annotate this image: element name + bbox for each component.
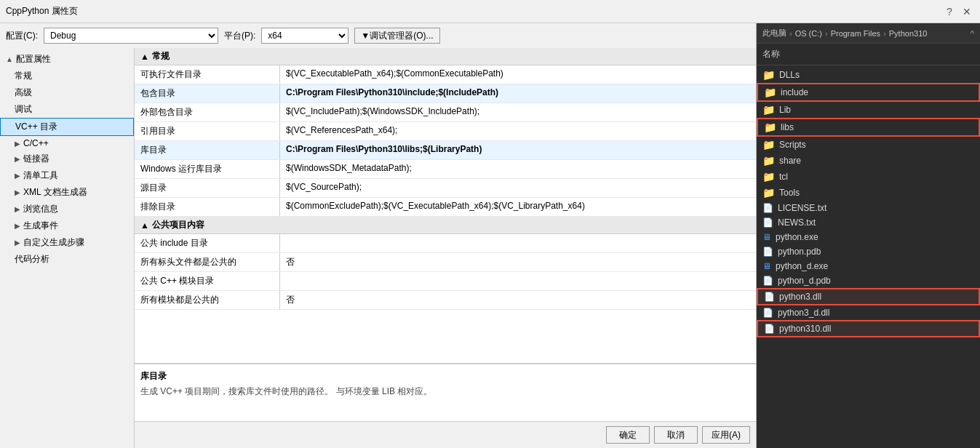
row-include-wrapper: 包含目录 C:\Program Files\Python310\include;… xyxy=(135,84,756,103)
explorer-item-tcl[interactable]: 📁 tcl xyxy=(757,169,980,185)
close-button[interactable]: ✕ xyxy=(960,4,974,19)
tree-item-manifest[interactable]: ▶ 清单工具 xyxy=(0,167,134,184)
tree-root[interactable]: ▲ 配置属性 xyxy=(0,51,134,68)
value-all-modules-public: 否 xyxy=(280,291,756,309)
section-public[interactable]: ▲ 公共项目内容 xyxy=(135,217,756,234)
explorer-item-libs[interactable]: 📁 libs xyxy=(757,118,980,137)
tree-item-vcpp[interactable]: VC++ 目录 xyxy=(0,118,134,136)
row-reference-dir[interactable]: 引用目录 $(VC_ReferencesPath_x64); xyxy=(135,122,756,141)
explorer-item-python3-dll[interactable]: 📄 python3.dll xyxy=(757,288,980,305)
help-button[interactable]: ? xyxy=(942,4,957,19)
value-reference-dir: $(VC_ReferencesPath_x64); xyxy=(280,122,756,140)
desc-text: 生成 VC++ 项目期间，搜索库文件时使用的路径。 与环境变量 LIB 相对应。 xyxy=(140,385,750,398)
cancel-button[interactable]: 取消 xyxy=(654,426,698,444)
section-general[interactable]: ▲ 常规 xyxy=(135,48,756,65)
file-icon-pythond-exe: 🖥 xyxy=(762,261,771,271)
file-icon-python3d-dll: 📄 xyxy=(762,308,773,318)
breadcrumb-up-icon[interactable]: ^ xyxy=(971,29,974,38)
explorer-item-share[interactable]: 📁 share xyxy=(757,153,980,169)
tree-item-general[interactable]: 常规 xyxy=(0,68,134,84)
title-controls: ? ✕ xyxy=(942,4,974,19)
explorer-item-license[interactable]: 📄 LICENSE.txt xyxy=(757,201,980,215)
file-icon-python-pdb: 📄 xyxy=(762,247,773,257)
row-exclude-dir[interactable]: 排除目录 $(CommonExcludePath);$(VC_Executabl… xyxy=(135,198,756,217)
row-all-modules-public[interactable]: 所有模块都是公共的 否 xyxy=(135,291,756,310)
tree-manifest-label: 清单工具 xyxy=(23,169,58,182)
tree-item-linker[interactable]: ▶ 链接器 xyxy=(0,151,134,167)
row-library-dir[interactable]: 库目录 C:\Program Files\Python310\libs;$(Li… xyxy=(135,141,756,160)
explorer-item-pythond-exe[interactable]: 🖥 python_d.exe xyxy=(757,259,980,273)
row-libs-wrapper: 库目录 C:\Program Files\Python310\libs;$(Li… xyxy=(135,141,756,160)
file-icon-pythond-pdb: 📄 xyxy=(762,276,773,286)
item-name-scripts: Scripts xyxy=(779,140,806,150)
tree-item-custom-build[interactable]: ▶ 自定义生成步骤 xyxy=(0,234,134,251)
row-winrt-dir[interactable]: Windows 运行库目录 $(WindowsSDK_MetadataPath)… xyxy=(135,160,756,179)
value-all-headers-public: 否 xyxy=(280,253,756,271)
key-public-cpp-modules: 公共 C++ 模块目录 xyxy=(135,272,280,290)
tree-item-xml[interactable]: ▶ XML 文档生成器 xyxy=(0,184,134,201)
tree-item-debug[interactable]: 调试 xyxy=(0,101,134,118)
explorer-item-include[interactable]: 📁 include xyxy=(757,83,980,102)
section-general-label: 常规 xyxy=(152,50,170,63)
explorer-item-python-exe[interactable]: 🖥 python.exe xyxy=(757,230,980,244)
file-icon-license: 📄 xyxy=(762,203,773,213)
manager-button[interactable]: ▼调试管理器(O)... xyxy=(354,28,439,44)
tree-item-advanced[interactable]: 高级 xyxy=(0,84,134,101)
tree-browse-arrow: ▶ xyxy=(15,205,20,213)
tree-item-code-analysis[interactable]: 代码分析 xyxy=(0,251,134,268)
explorer-list: 📁 DLLs 📁 include 📁 Lib 📁 libs 📁 Scripts xyxy=(757,65,980,448)
item-name-python-exe: python.exe xyxy=(776,232,818,242)
props-panel: ▲ 常规 可执行文件目录 $(VC_ExecutablePath_x64);$(… xyxy=(135,48,756,448)
folder-icon-scripts: 📁 xyxy=(762,139,775,151)
explorer-name-header: 名称 xyxy=(762,49,780,59)
config-select[interactable]: Debug xyxy=(44,28,218,44)
tree-events-label: 生成事件 xyxy=(23,220,58,232)
tree-item-build-events[interactable]: ▶ 生成事件 xyxy=(0,217,134,234)
folder-icon-include: 📁 xyxy=(764,87,776,98)
title-bar: CppPython 属性页 ? ✕ xyxy=(0,0,980,23)
key-executable-dir: 可执行文件目录 xyxy=(135,65,280,84)
item-name-python3d-dll: python3_d.dll xyxy=(778,308,829,318)
explorer-item-dlls[interactable]: 📁 DLLs xyxy=(757,67,980,83)
item-name-news: NEWS.txt xyxy=(778,217,816,228)
breadcrumb-sep2: › xyxy=(825,29,828,38)
explorer-item-python-pdb[interactable]: 📄 python.pdb xyxy=(757,244,980,259)
explorer-item-tools[interactable]: 📁 Tools xyxy=(757,185,980,201)
row-include-dir[interactable]: 包含目录 C:\Program Files\Python310\include;… xyxy=(135,84,756,103)
tree-item-browse[interactable]: ▶ 浏览信息 xyxy=(0,201,134,217)
section-general-arrow: ▲ xyxy=(140,52,149,62)
row-external-include[interactable]: 外部包含目录 $(VC_IncludePath);$(WindowsSDK_In… xyxy=(135,103,756,122)
explorer-item-python3d-dll[interactable]: 📄 python3_d.dll xyxy=(757,305,980,320)
value-public-cpp-modules xyxy=(280,272,756,290)
props-table-wrap: ▲ 常规 可执行文件目录 $(VC_ExecutablePath_x64);$(… xyxy=(135,48,756,363)
item-name-license: LICENSE.txt xyxy=(778,203,826,213)
tree-item-cpp[interactable]: ▶ C/C++ xyxy=(0,136,134,151)
explorer-item-scripts[interactable]: 📁 Scripts xyxy=(757,137,980,153)
row-all-headers-public[interactable]: 所有标头文件都是公共的 否 xyxy=(135,253,756,272)
tree-manifest-arrow: ▶ xyxy=(15,172,20,180)
explorer-header: 名称 xyxy=(757,44,980,65)
tree-custom-arrow: ▶ xyxy=(15,239,20,247)
folder-icon-lib: 📁 xyxy=(762,104,775,116)
folder-icon-share: 📁 xyxy=(762,155,775,167)
ok-button[interactable]: 确定 xyxy=(606,426,650,444)
key-all-modules-public: 所有模块都是公共的 xyxy=(135,291,280,309)
explorer-item-news[interactable]: 📄 NEWS.txt xyxy=(757,215,980,230)
explorer-item-pythond-pdb[interactable]: 📄 python_d.pdb xyxy=(757,273,980,288)
key-all-headers-public: 所有标头文件都是公共的 xyxy=(135,253,280,271)
key-include-dir: 包含目录 xyxy=(135,84,280,103)
explorer-item-python310-dll[interactable]: 📄 python310.dll xyxy=(757,320,980,337)
row-public-cpp-modules[interactable]: 公共 C++ 模块目录 xyxy=(135,272,756,291)
platform-select[interactable]: x64 xyxy=(261,28,348,44)
key-reference-dir: 引用目录 xyxy=(135,122,280,140)
key-winrt-dir: Windows 运行库目录 xyxy=(135,160,280,178)
row-source-dir[interactable]: 源目录 $(VC_SourcePath); xyxy=(135,179,756,198)
tree-custom-label: 自定义生成步骤 xyxy=(23,236,84,249)
row-public-include[interactable]: 公共 include 目录 xyxy=(135,234,756,253)
row-executable-dir[interactable]: 可执行文件目录 $(VC_ExecutablePath_x64);$(Commo… xyxy=(135,65,756,84)
item-name-pythond-pdb: python_d.pdb xyxy=(778,276,831,286)
apply-button[interactable]: 应用(A) xyxy=(702,426,750,444)
explorer-item-lib[interactable]: 📁 Lib xyxy=(757,102,980,118)
file-icon-news: 📄 xyxy=(762,217,773,228)
desc-title: 库目录 xyxy=(140,370,750,383)
